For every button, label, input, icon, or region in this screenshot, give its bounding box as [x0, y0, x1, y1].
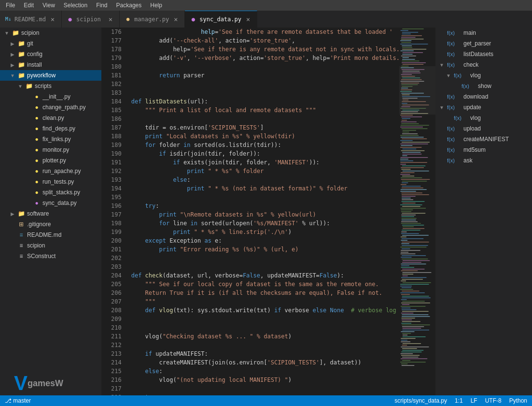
menu-find[interactable]: Find [92, 1, 111, 10]
menu-edit[interactable]: Edit [20, 1, 38, 10]
outline-item-upload[interactable]: f(x)upload [435, 123, 532, 134]
line-number-178: 178 [111, 45, 122, 54]
sidebar-item-install[interactable]: ▶ 📁 install [0, 59, 101, 70]
sidebar-item-init[interactable]: ▶ ● __init__.py [0, 91, 101, 102]
tab-close-scipion[interactable]: × [107, 15, 114, 23]
code-line-204: def check(dataset, url, verbose=False, u… [131, 271, 399, 280]
outline-item-check[interactable]: ▼f(x)check [435, 59, 532, 70]
sidebar-label-git: git [27, 40, 98, 47]
sidebar-item-scipion-file[interactable]: ▶ ≡ scipion [0, 240, 101, 251]
tab-close-readme[interactable]: × [49, 15, 56, 23]
outline-label-get_parser: get_parser [463, 40, 491, 47]
menu-packages[interactable]: Packages [112, 1, 146, 10]
sidebar-item-software[interactable]: ▶ 📁 software [0, 208, 101, 219]
status-branch[interactable]: ⎇ master [5, 397, 31, 404]
sidebar-item-run-tests[interactable]: ▶ ● run_tests.py [0, 176, 101, 187]
fx-icon-upload: f(x) [447, 126, 461, 131]
menu-file[interactable]: File [2, 1, 19, 10]
arrow-icon-sw: ▶ [10, 211, 15, 217]
code-line-183 [131, 88, 399, 97]
line-number-205: 205 [111, 280, 122, 289]
sidebar-item-clean[interactable]: ▶ ● clean.py [0, 113, 101, 123]
line-number-184: 184 [111, 97, 122, 106]
line-number-179: 179 [111, 54, 122, 62]
outline-item-vlog-check[interactable]: ▼f(x)vlog [435, 70, 532, 81]
sidebar-item-scripts[interactable]: ▼ 📁 scripts [0, 81, 101, 91]
folder-icon-config: 📁 [17, 50, 25, 58]
outline-item-get_parser[interactable]: f(x)get_parser [435, 38, 532, 49]
sidebar-label-fd: find_deps.py [42, 125, 98, 132]
watermark-text: gamesW [28, 378, 63, 389]
line-number-206: 206 [111, 289, 122, 297]
sidebar-item-run-apache[interactable]: ▶ ● run_apache.py [0, 166, 101, 176]
fx-icon-download: f(x) [447, 94, 461, 100]
minimap[interactable] [399, 28, 435, 395]
code-line-196: try: [131, 202, 399, 210]
outline-item-show[interactable]: f(x)show [435, 81, 532, 91]
line-number-215: 215 [111, 367, 122, 376]
outline-item-listDatasets[interactable]: f(x)listDatasets [435, 49, 532, 59]
sidebar-item-readme-file[interactable]: ▶ ≡ README.md [0, 230, 101, 240]
fx-icon-md5sum: f(x) [447, 147, 461, 153]
outline-item-ask[interactable]: f(x)ask [435, 155, 532, 166]
tab-close-manager[interactable]: × [172, 15, 180, 23]
sidebar-item-fix-links[interactable]: ▶ ● fix_links.py [0, 134, 101, 145]
outline-item-download[interactable]: f(x)download [435, 91, 532, 102]
outline-label-upload: upload [463, 125, 481, 132]
sidebar-item-sconstruct[interactable]: ▶ ≡ SConstruct [0, 251, 101, 261]
tab-manager[interactable]: ● manager.py × [120, 11, 185, 28]
fx-icon-show: f(x) [462, 83, 475, 89]
line-number-176: 176 [111, 28, 122, 36]
menu-view[interactable]: View [39, 1, 59, 10]
folder-icon-install: 📁 [17, 61, 25, 69]
tab-close-sync[interactable]: × [244, 15, 252, 23]
outline-item-createMANIFEST[interactable]: f(x)createMANIFEST [435, 134, 532, 145]
line-number-208: 208 [111, 306, 122, 315]
tab-sync-data[interactable]: ● sync_data.py × [185, 11, 257, 28]
sidebar-item-split-stacks[interactable]: ▶ ● split_stacks.py [0, 187, 101, 198]
outline-item-md5sum[interactable]: f(x)md5sum [435, 145, 532, 155]
code-line-200: except Exception as e: [131, 236, 399, 245]
sidebar-item-git[interactable]: ▶ 📁 git [0, 38, 101, 49]
sidebar-item-find-deps[interactable]: ▶ ● find_deps.py [0, 123, 101, 134]
menu-selection[interactable]: Selection [60, 1, 91, 10]
line-number-188: 188 [111, 132, 122, 141]
py-icon-plt: ● [33, 157, 41, 164]
tab-icon-scipion: ● [67, 16, 73, 23]
outline-label-vlog-check: vlog [470, 72, 481, 79]
editor[interactable]: 1761771781791801811821831841851861871881… [101, 28, 435, 395]
line-number-194: 194 [111, 184, 122, 193]
tab-scipion[interactable]: ● scipion × [62, 11, 120, 28]
tab-readme[interactable]: M↓ README.md × [0, 11, 62, 28]
outline-item-main[interactable]: f(x)main [435, 28, 532, 38]
fx-icon-listDatasets: f(x) [447, 51, 461, 57]
code-line-192: print " * %s" % folder [131, 167, 399, 175]
sidebar-item-scipion[interactable]: ▼ 📁 scipion [0, 28, 101, 38]
menu-help[interactable]: Help [146, 1, 166, 10]
code-line-184: def listDatasets(url): [131, 97, 399, 106]
code-line-215: else: [131, 367, 399, 376]
sidebar-item-plotter[interactable]: ▶ ● plotter.py [0, 155, 101, 166]
outline-item-update[interactable]: ▼f(x)update [435, 102, 532, 113]
sidebar-label-mon: monitor.py [42, 146, 98, 153]
fx-icon-createMANIFEST: f(x) [447, 136, 461, 142]
tab-label-manager: manager.py [134, 16, 169, 23]
status-filepath: scripts/sync_data.py [394, 397, 447, 404]
sidebar-item-pyworkflow[interactable]: ▼ 📁 pyworkflow [0, 70, 101, 81]
sidebar-item-change-rpath[interactable]: ▶ ● change_rpath.py [0, 102, 101, 113]
arrow-icon-config: ▶ [10, 51, 15, 57]
outline-item-vlog-update[interactable]: f(x)vlog [435, 113, 532, 123]
sidebar-item-config[interactable]: ▶ 📁 config [0, 49, 101, 59]
line-number-185: 185 [111, 106, 122, 115]
sidebar-item-monitor[interactable]: ▶ ● monitor.py [0, 145, 101, 155]
outline-label-update: update [463, 104, 481, 111]
code-line-212 [131, 341, 399, 349]
status-language[interactable]: Python [509, 397, 527, 404]
sidebar-item-gitignore[interactable]: ▶ ⊞ .gitignore [0, 219, 101, 230]
code-line-187: tdir = os.environ['SCIPION_TESTS'] [131, 123, 399, 132]
sidebar-label-sd: sync_data.py [42, 200, 98, 206]
sidebar-item-sync-data-file[interactable]: ▶ ● sync_data.py [0, 198, 101, 208]
sidebar-label-plt: plotter.py [42, 157, 98, 164]
code-lines[interactable]: help='See if there are remote datasets t… [126, 28, 399, 395]
sidebar-label-ra: run_apache.py [42, 168, 98, 174]
